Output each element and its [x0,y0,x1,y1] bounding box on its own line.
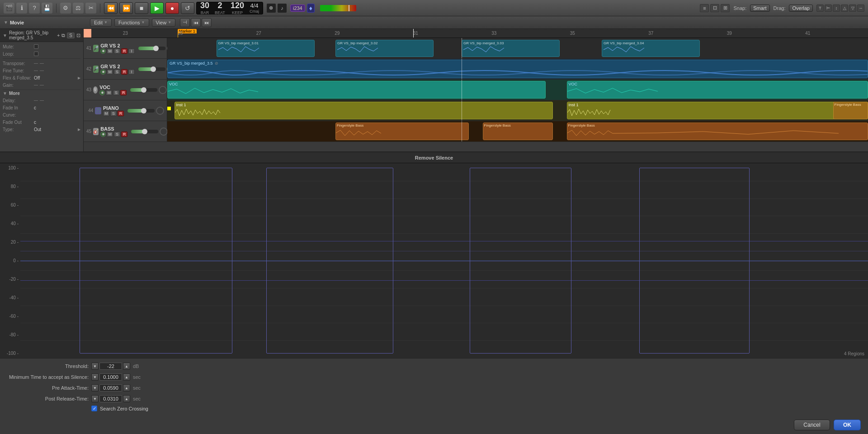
scissors-icon[interactable]: ✂ [85,3,96,14]
piano-region-2[interactable]: Inst 1 [567,102,868,119]
stop-button[interactable]: ■ [135,2,148,14]
view-toggle-button[interactable]: ≡ [700,4,709,12]
min-silence-value[interactable]: 0.1000 [99,373,122,381]
tool5-button[interactable]: ▽ [849,5,856,12]
power-btn-45[interactable]: ◉ [100,132,106,137]
forward-button[interactable]: ⏩ [119,2,133,14]
save-icon[interactable]: 💾 [42,3,52,14]
tool6-button[interactable]: ↔ [857,5,864,12]
input-btn-41[interactable]: I [128,48,135,54]
vol-knob-43[interactable] [159,86,167,94]
ok-button[interactable]: OK [834,420,861,430]
region-expand-button[interactable]: ⊡ [76,33,80,38]
region-3-02[interactable]: GR VS_bip merged_3.02 [335,40,434,57]
voc-region-2[interactable]: VOC [567,81,868,99]
piano-region-1[interactable]: Inst 1 [175,102,553,119]
bass-region-2[interactable]: Fingerstyle Bass [483,123,553,140]
threshold-up[interactable]: ▲ [123,363,130,370]
fader-track-43[interactable] [130,88,157,92]
region-3-03[interactable]: GR VS_bip merged_3.03 [462,40,560,57]
region-3-01[interactable]: GR VS_bip merged_3.01 [217,40,315,57]
rec-btn-41[interactable]: R [121,48,127,54]
rewind-small-button[interactable]: ⏮ [191,18,201,27]
solo-btn-43[interactable]: S [113,90,119,95]
maximize-button[interactable]: ⊡ [710,4,719,12]
snap-dropdown[interactable]: Smart [750,5,769,12]
fadeout-row: Fade Out c [3,118,80,126]
rec-btn-44[interactable]: R [118,111,124,116]
merged-region-42[interactable]: GR VS_bip merged_3.5 ⊘ [167,60,868,78]
mute-btn-42[interactable]: M [107,69,113,75]
bar-value: 30 [200,1,209,10]
drag-dropdown[interactable]: Overlap [789,5,813,12]
threshold-value[interactable]: -22 [99,363,122,370]
info-icon[interactable]: ℹ [16,3,27,14]
vol-knob-44[interactable] [156,107,164,115]
threshold-down[interactable]: ▼ [91,363,99,370]
fader-track-41[interactable] [138,47,165,50]
vol-knob-45[interactable] [160,127,168,136]
solo-btn-44[interactable]: S [110,111,117,116]
mixer-icon[interactable]: ⚖ [73,3,84,14]
pre-attack-down[interactable]: ▼ [91,384,99,392]
tool1-button[interactable]: T [816,5,824,12]
post-release-up[interactable]: ▲ [123,395,130,402]
fader-track-45[interactable] [131,130,158,133]
view-menu[interactable]: View ▼ [152,19,176,27]
bass-region-1[interactable]: Fingerstyle Bass [335,123,469,140]
mute-btn-41[interactable]: M [107,48,113,54]
min-silence-down[interactable]: ▼ [91,373,99,381]
mute-btn-44[interactable]: M [103,111,109,116]
voc-waveform-2 [567,87,868,96]
min-silence-up[interactable]: ▲ [123,373,130,381]
power-btn-42[interactable]: ◉ [100,69,106,75]
fader-track-42[interactable] [138,67,165,71]
fader-track-44[interactable] [127,109,155,113]
mute-btn-43[interactable]: M [106,90,112,95]
settings-icon[interactable]: ⚙ [60,3,71,14]
region-3-04[interactable]: GR VS_bip merged_3.04 [602,40,700,57]
solo-btn-45[interactable]: S [114,132,120,137]
functions-menu[interactable]: Functions ▼ [114,19,149,27]
power-btn-43[interactable]: ◉ [99,90,105,95]
copy-region-button[interactable]: ⧉ [61,33,65,38]
bass-region-3[interactable]: Fingerstyle Bass [567,123,868,140]
tuner-button[interactable]: ⊗ [267,4,276,13]
mute-checkbox[interactable] [34,44,38,49]
search-zero-checkbox[interactable]: ✓ [91,406,97,411]
pre-attack-value[interactable]: 0.0590 [99,384,122,392]
fingerstyle-region-44[interactable]: Fingerstyle Bass [833,102,868,119]
add-region-button[interactable]: + [57,33,60,38]
edit-menu[interactable]: Edit ▼ [90,19,112,27]
voc-region-1[interactable]: VOC [167,81,546,99]
rewind-button[interactable]: ⏪ [104,2,118,14]
cancel-button[interactable]: Cancel [794,420,830,430]
loop-checkbox[interactable] [34,52,38,56]
rec-btn-42[interactable]: R [121,69,127,75]
metronome-button[interactable]: ♪ [278,4,287,13]
tool2-button[interactable]: ⊢ [825,5,832,12]
solo-btn-42[interactable]: S [114,69,120,75]
rec-btn-43[interactable]: R [120,90,127,95]
post-release-down[interactable]: ▼ [91,395,99,402]
power-btn-41[interactable]: ◉ [100,48,106,54]
play-button[interactable]: ▶ [150,2,164,14]
help-icon[interactable]: ? [29,3,40,14]
input-btn-42[interactable]: I [128,69,135,75]
movie-icon[interactable]: 🎬 [4,3,14,14]
solo-btn-41[interactable]: S [114,48,120,54]
track-controls-43: ◉ M S R [99,90,127,95]
zoom-button[interactable]: ⊞ [721,4,730,12]
tool4-button[interactable]: △ [841,5,848,12]
threshold-label: Threshold: [7,363,89,369]
forward-small-button[interactable]: ⏭ [202,18,212,27]
cycle-button[interactable]: ↺ [181,2,194,14]
record-button[interactable]: ● [165,2,179,14]
post-release-value[interactable]: 0.0310 [99,395,122,402]
rec-btn-45[interactable]: R [121,132,127,137]
pre-attack-up[interactable]: ▲ [123,384,130,392]
region-s-button[interactable]: S [67,33,75,38]
tool3-button[interactable]: ↕ [833,5,840,12]
mute-btn-45[interactable]: M [107,132,113,137]
align-left-button[interactable]: ⊣ [180,18,190,27]
